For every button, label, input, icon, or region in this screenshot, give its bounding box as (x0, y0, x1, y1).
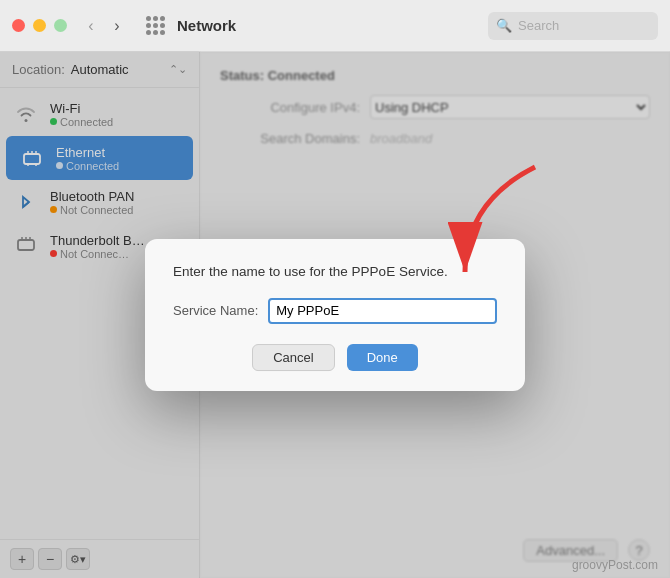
traffic-lights (12, 19, 67, 32)
dialog-field-row: Service Name: (173, 298, 497, 324)
done-button[interactable]: Done (347, 344, 418, 371)
main-content: Location: Automatic ⌃⌄ Wi-Fi (0, 52, 670, 578)
dialog-buttons: Cancel Done (173, 344, 497, 371)
cancel-button[interactable]: Cancel (252, 344, 334, 371)
dialog-message: Enter the name to use for the PPPoE Serv… (173, 263, 497, 282)
title-bar: ‹ › Network 🔍 Search (0, 0, 670, 52)
nav-arrows: ‹ › (79, 14, 129, 38)
app-grid (146, 16, 165, 35)
window-title: Network (177, 17, 488, 34)
service-name-label: Service Name: (173, 303, 258, 318)
back-button[interactable]: ‹ (79, 14, 103, 38)
service-name-input[interactable] (268, 298, 497, 324)
minimize-button[interactable] (33, 19, 46, 32)
close-button[interactable] (12, 19, 25, 32)
search-icon: 🔍 (496, 18, 512, 33)
search-bar[interactable]: 🔍 Search (488, 12, 658, 40)
search-placeholder: Search (518, 18, 559, 33)
maximize-button[interactable] (54, 19, 67, 32)
dialog: Enter the name to use for the PPPoE Serv… (145, 239, 525, 391)
grid-icon[interactable] (141, 12, 169, 40)
forward-button[interactable]: › (105, 14, 129, 38)
